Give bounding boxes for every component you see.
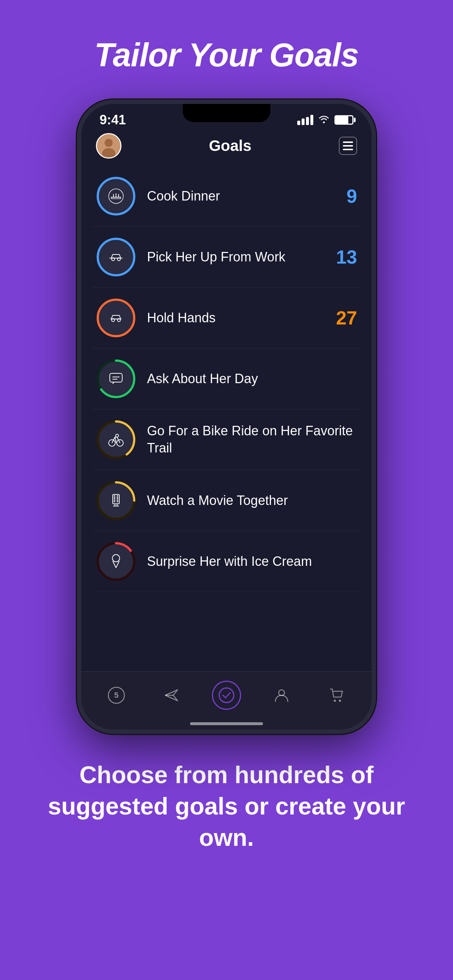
phone-notch [183,104,270,122]
goal-count: 27 [328,307,357,329]
phone-frame: 9:41 Goals [77,100,376,734]
avatar[interactable] [96,133,121,159]
goal-icon-wrap [96,237,136,277]
goal-label: Cook Dinner [147,188,317,205]
goal-icon-wrap [96,359,136,399]
nav-item-cart[interactable] [322,681,351,710]
nav-item-send[interactable] [157,681,186,710]
goal-label: Pick Her Up From Work [147,249,317,266]
nav-item-user[interactable] [267,681,296,710]
goal-count: 13 [328,246,357,268]
bottom-nav: 5 [81,671,372,730]
battery-icon [335,115,353,125]
svg-text:5: 5 [114,690,118,700]
svg-point-14 [98,300,134,336]
goal-label: Surprise Her with Ice Cream [147,553,357,570]
page-title: Tailor Your Goals [94,37,359,74]
svg-point-10 [98,239,134,275]
goal-icon-wrap [96,298,136,338]
goal-icon-wrap [96,420,136,460]
goal-icon-wrap [96,480,136,520]
signal-icon [297,115,313,125]
status-time: 9:41 [100,112,126,127]
goal-item-bike-ride[interactable]: Go For a Bike Ride on Her Favorite Trail [92,409,361,470]
goal-label: Ask About Her Day [147,371,357,388]
nav-item-five[interactable]: 5 [102,681,131,710]
goal-count: 9 [328,185,357,207]
goal-item-cook-dinner[interactable]: Cook Dinner 9 [92,166,361,227]
goal-item-ask-about-her-day[interactable]: Ask About Her Day [92,348,361,409]
svg-point-31 [219,688,234,703]
goals-list: Cook Dinner 9 Pick Her Up From Work 13 H… [81,166,372,592]
goal-item-hold-hands[interactable]: Hold Hands 27 [92,288,361,348]
goal-icon-wrap [96,541,136,582]
header-title: Goals [209,137,252,154]
goal-label: Hold Hands [147,310,317,327]
menu-icon[interactable] [339,137,357,155]
goal-icon-wrap [96,176,136,216]
page-subtitle: Choose from hundreds of suggested goals … [0,759,453,853]
status-icons [297,115,353,126]
svg-point-2 [102,148,116,159]
goal-item-ice-cream[interactable]: Surprise Her with Ice Cream [92,531,361,592]
goal-item-watch-movie[interactable]: Watch a Movie Together [92,470,361,531]
svg-point-33 [334,700,336,702]
nav-item-check[interactable] [212,681,241,710]
home-indicator [190,722,263,725]
goal-item-pick-her-up[interactable]: Pick Her Up From Work 13 [92,227,361,288]
goal-label: Watch a Movie Together [147,492,357,509]
svg-point-6 [98,178,134,215]
wifi-icon [318,115,329,126]
goal-label: Go For a Bike Ride on Her Favorite Trail [147,423,357,457]
svg-point-1 [105,139,113,147]
svg-point-32 [279,690,284,695]
app-header: Goals [81,129,372,166]
svg-point-34 [339,700,341,702]
